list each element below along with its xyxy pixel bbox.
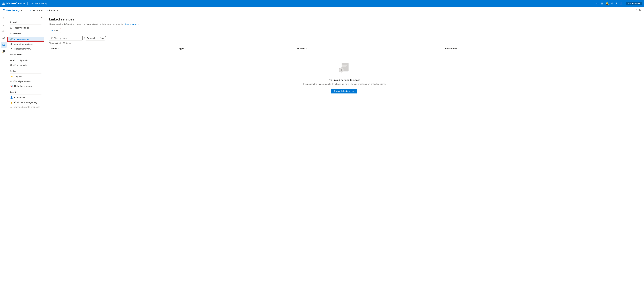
table-header-related[interactable]: Related ⇅ [295,46,442,51]
delete-icon[interactable]: 🗑 [639,9,641,12]
publish-icon: ↑ [47,9,48,12]
sidebar-item-arm-template[interactable]: ⊙ ARM template [8,62,44,67]
empty-row: No linked service to show If you expecte… [49,51,639,104]
table-header-name[interactable]: Name ⇅ [49,46,177,51]
grid-icon[interactable]: ⊞ [601,2,603,5]
annotations-sort-icon[interactable]: ⇅ [458,48,460,50]
svg-rect-3 [4,10,5,10]
bell-icon[interactable]: 🔔 [606,2,609,5]
related-column-label: Related [297,47,305,50]
customer-managed-key-icon: 🔒 [10,101,13,104]
general-section-title: General [8,20,44,24]
empty-state-cell: No linked service to show If you expecte… [49,51,639,104]
settings-icon[interactable]: ⚙ [611,2,614,5]
manage-icon-btn[interactable]: 🗂 [1,42,7,48]
git-configuration-label: Git configuration [13,59,29,62]
filter-input-container[interactable]: ▽ [49,36,82,40]
name-column-label: Name [51,47,57,50]
no-service-illustration [337,61,352,75]
sidebar-item-data-flow-libraries[interactable]: 📊 Data flow libraries [8,84,44,88]
factory-name: Your-data-factory [30,2,47,5]
sidebar-item-microsoft-purview[interactable]: 👁 Microsoft Purview [8,46,44,51]
credentials-label: Credentials [14,96,25,99]
table-header-type[interactable]: Type ⇅ [177,46,295,51]
managed-private-endpoints-label: Managed private endpoints [14,106,40,108]
page-desc-text: Linked service defines the connection in… [49,23,124,26]
data-factory-icon [3,9,5,12]
create-button-label: Create linked service [334,90,354,92]
monitor-icon-btn[interactable]: ◎ [1,35,7,41]
svg-rect-7 [342,64,348,64]
name-sort-icon[interactable]: ⇅ [58,48,60,50]
sidebar-item-triggers[interactable]: ⚡ Triggers [8,74,44,79]
linked-services-label: Linked services [14,38,29,40]
expand-button[interactable]: ≫ [1,16,7,20]
help-icon[interactable]: ? [616,2,617,5]
empty-state-title: No linked service to show [329,78,360,82]
sidebar-item-linked-services[interactable]: 🔗 Linked services [8,37,44,42]
connections-divider [10,36,42,36]
page-description: Linked service defines the connection in… [49,23,639,26]
annotations-column-label: Annotations [444,47,457,50]
home-icon-btn[interactable]: ⌂ [1,22,7,28]
collapse-nav: « [8,16,44,20]
author-section-title: Author [8,69,44,73]
collapse-icon[interactable]: « [41,16,43,19]
table-header-row: Name ⇅ Type ⇅ Related ⇅ Annotations ⇅ [49,46,639,51]
sidebar-item-git-configuration[interactable]: ◆ Git configuration [8,58,44,62]
sidebar-item-customer-managed-key[interactable]: 🔒 Customer managed key [8,100,44,104]
sidebar-item-factory-settings[interactable]: ⊞ Factory settings [8,25,44,30]
author-divider [10,73,42,74]
empty-state-description: If you expected to see results, try chan… [302,83,386,85]
triggers-icon: ⚡ [10,75,13,78]
sidebar-item-credentials[interactable]: 👤 Credentials [8,95,44,100]
source-control-section-title: Source control [8,52,44,56]
microsoft-purview-label: Microsoft Purview [14,48,31,50]
new-button[interactable]: + New [49,28,61,33]
triggers-label: Triggers [14,75,22,78]
git-configuration-icon: ◆ [10,59,12,62]
arm-template-label: ARM template [14,64,27,66]
learn-more-link[interactable]: Learn more ↗ [126,23,139,26]
empty-state: No linked service to show If you expecte… [49,51,639,104]
linked-services-table: Name ⇅ Type ⇅ Related ⇅ Annotations ⇅ [49,46,639,104]
toolbar-right-icons: ↺ 🗑 [634,9,641,12]
annotations-filter-button[interactable]: Annotations : Any [84,36,106,40]
related-sort-icon[interactable]: ⇅ [306,48,307,50]
factory-settings-label: Factory settings [14,26,29,29]
table-header: Name ⇅ Type ⇅ Related ⇅ Annotations ⇅ [49,46,639,51]
table-header-annotations[interactable]: Annotations ⇅ [442,46,639,51]
integration-runtimes-icon: ⚙ [10,43,12,45]
global-parameters-icon: ⊛ [10,80,12,82]
type-sort-icon[interactable]: ⇅ [185,48,187,50]
validate-all-button[interactable]: ✓ Validate all [28,8,45,12]
sidebar-item-integration-runtimes[interactable]: ⚙ Integration runtimes [8,42,44,46]
microsoft-purview-icon: 👁 [10,47,12,50]
svg-rect-4 [3,10,4,12]
security-divider [10,94,42,94]
svg-marker-1 [3,3,4,4]
data-factory-brand[interactable]: Data Factory ▾ [3,9,22,12]
refresh-icon[interactable]: ↺ [634,9,636,12]
edit-icon-btn[interactable]: ✏ [1,28,7,34]
publish-all-button[interactable]: ↑ Publish all [45,8,60,12]
data-flow-libraries-label: Data flow libraries [14,85,32,87]
brand-name: Microsoft Azure [6,2,25,5]
source-control-divider [10,57,42,57]
create-linked-service-button[interactable]: Create linked service [331,88,357,94]
side-icon-bar: ≫ ⌂ ✏ ◎ 🗂 🎓 [0,14,8,292]
account-label[interactable]: MICROSOFT [626,2,642,5]
person-icon[interactable]: 👤 [620,2,623,5]
page-title: Linked services [49,18,639,21]
monitor-icon[interactable]: ▭ [596,2,598,5]
content-area: Linked services Linked service defines t… [44,14,644,292]
svg-rect-5 [4,10,5,12]
sidebar-item-global-parameters[interactable]: ⊛ Global parameters [8,79,44,84]
validate-label: Validate all [32,9,43,12]
factory-settings-icon: ⊞ [10,26,12,29]
showing-count: Showing 0 - 0 of 0 items [49,42,639,44]
filter-by-name-input[interactable] [54,37,77,40]
learn-icon-btn[interactable]: 🎓 [1,48,7,54]
data-flow-libraries-icon: 📊 [10,84,13,87]
azure-brand[interactable]: Microsoft Azure [2,2,25,5]
